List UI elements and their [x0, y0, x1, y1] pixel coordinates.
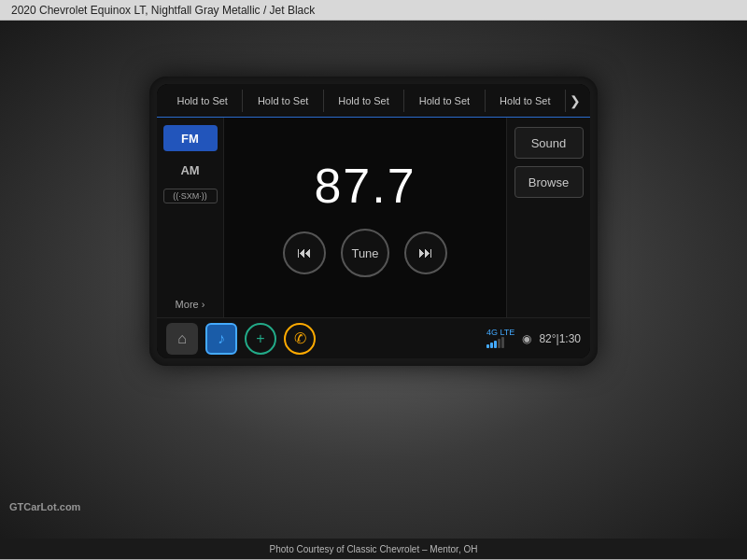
previous-button[interactable]: ⏮ [283, 231, 326, 274]
next-button[interactable]: ⏭ [404, 231, 447, 274]
caption-bar: Photo Courtesy of Classic Chevrolet – Me… [0, 539, 747, 559]
tune-button[interactable]: Tune [341, 229, 389, 277]
temp-time-display: 82°|1:30 [539, 332, 581, 345]
location-icon: ◉ [522, 332, 531, 345]
fm-button[interactable]: FM [163, 125, 218, 151]
browse-button[interactable]: Browse [514, 166, 584, 198]
preset-button-5[interactable]: Hold to Set [486, 90, 566, 112]
preset-button-2[interactable]: Hold to Set [243, 90, 323, 112]
am-button[interactable]: AM [163, 157, 218, 183]
apps-nav-button[interactable]: + [245, 323, 276, 355]
more-button[interactable]: More › [176, 299, 205, 310]
caption-text: Photo Courtesy of Classic Chevrolet – Me… [270, 544, 478, 554]
music-nav-button[interactable]: ♪ [205, 323, 237, 355]
bottom-nav-bar: ⌂ ♪ + ✆ 4G LTE ◉ [157, 317, 590, 358]
signal-bars [486, 337, 514, 348]
phone-nav-button[interactable]: ✆ [284, 323, 316, 355]
sound-button[interactable]: Sound [514, 127, 584, 159]
signal-bar-1 [486, 344, 489, 348]
home-nav-button[interactable]: ⌂ [166, 323, 198, 355]
playback-controls: ⏮ Tune ⏭ [283, 229, 447, 277]
preset-button-3[interactable]: Hold to Set [324, 90, 404, 112]
signal-bar-2 [490, 343, 493, 348]
status-area: 4G LTE ◉ 82°|1:30 [486, 329, 581, 348]
signal-bar-5 [501, 337, 504, 348]
frequency-display: 87.7 [314, 158, 416, 214]
preset-button-1[interactable]: Hold to Set [162, 90, 243, 112]
siriusxm-button[interactable]: ((·SXM·)) [163, 189, 218, 203]
left-sidebar: FM AM ((·SXM·)) More › [157, 118, 224, 317]
page-title: 2020 Chevrolet Equinox LT, Nightfall Gra… [11, 4, 315, 17]
top-bar: 2020 Chevrolet Equinox LT, Nightfall Gra… [0, 0, 747, 21]
right-sidebar: Sound Browse [506, 118, 590, 317]
lte-status: 4G LTE [486, 329, 514, 348]
screen-bezel: Hold to Set Hold to Set Hold to Set Hold… [149, 77, 598, 366]
preset-button-4[interactable]: Hold to Set [404, 90, 485, 112]
infotainment-screen: Hold to Set Hold to Set Hold to Set Hold… [157, 84, 590, 358]
lte-label: 4G LTE [486, 329, 514, 337]
preset-bar: Hold to Set Hold to Set Hold to Set Hold… [157, 84, 590, 118]
main-display: 87.7 ⏮ Tune ⏭ [224, 118, 506, 317]
photo-area: Hold to Set Hold to Set Hold to Set Hold… [0, 21, 747, 539]
signal-bar-4 [498, 339, 500, 348]
watermark: GTCarLot.com [9, 501, 80, 512]
content-area: FM AM ((·SXM·)) More › 87.7 ⏮ Tune ⏭ [157, 118, 590, 317]
signal-bar-3 [494, 341, 497, 348]
preset-next-arrow[interactable]: ❯ [566, 93, 585, 108]
